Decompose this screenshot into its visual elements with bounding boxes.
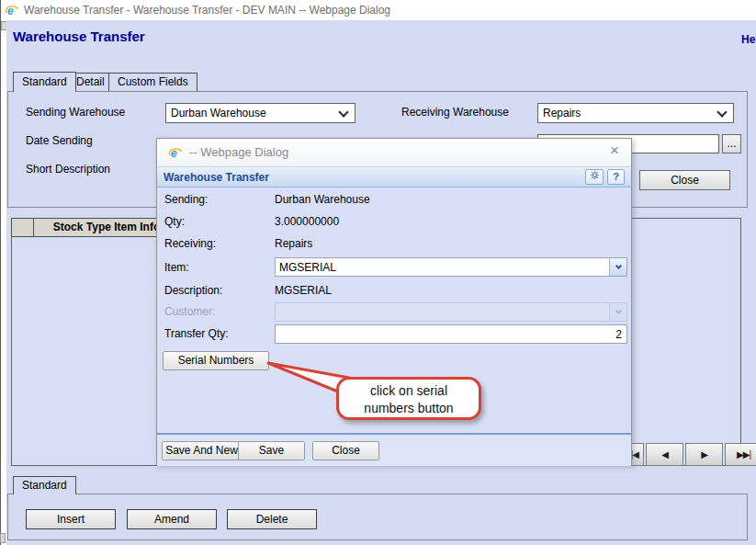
dialog-header-title: Warehouse Transfer — [164, 167, 269, 187]
settings-gear-button[interactable] — [585, 169, 604, 185]
nav-last-button[interactable]: ▶▶| — [725, 443, 756, 466]
sending-value: Durban Warehouse — [275, 193, 370, 206]
bottom-tab-standard[interactable]: Standard — [13, 476, 76, 494]
callout-text-line2: numbers button — [339, 400, 479, 417]
receiving-label: Receiving: — [164, 237, 216, 250]
dialog-header-bar: Warehouse Transfer ? — [157, 166, 631, 187]
dialog-title: -- Webpage Dialog — [189, 139, 288, 166]
qty-label: Qty: — [164, 215, 185, 228]
window-left-border — [0, 0, 1, 545]
page-title: Warehouse Transfer — [13, 28, 145, 44]
transfer-qty-input[interactable] — [275, 324, 627, 344]
window-title: Warehouse Transfer - Warehouse Transfer … — [24, 0, 390, 20]
item-value: MGSERIAL — [279, 261, 336, 274]
item-label: Item: — [164, 261, 189, 274]
combo-dropdown-button — [609, 303, 626, 321]
receiving-value: Repairs — [275, 237, 312, 250]
customer-combobox-disabled — [275, 302, 627, 322]
svg-text:e: e — [7, 5, 14, 17]
nav-previous-button[interactable]: ◀ — [646, 443, 683, 466]
item-combobox[interactable]: MGSERIAL — [275, 257, 627, 277]
sending-label: Sending: — [164, 193, 208, 206]
description-label: Description: — [164, 284, 222, 297]
ie-icon: e — [168, 145, 183, 160]
callout-text-line1: click on serial — [339, 382, 479, 400]
dialog-close-icon[interactable]: × — [610, 142, 619, 160]
window-titlebar: e Warehouse Transfer - Warehouse Transfe… — [0, 0, 756, 20]
qty-value: 3.000000000 — [275, 215, 339, 228]
annotation-callout: click on serial numbers button — [336, 377, 481, 420]
dialog-footer: Save And New Save Close — [157, 433, 631, 466]
gear-icon — [590, 170, 600, 180]
customer-label: Customer: — [164, 305, 215, 318]
help-link[interactable]: Help — [741, 33, 756, 46]
tab-standard[interactable]: Standard — [13, 72, 76, 92]
grid-header-selector-cell — [11, 218, 34, 237]
resize-grip-bottom[interactable] — [0, 533, 6, 543]
bottom-panel — [7, 494, 748, 540]
svg-text:e: e — [171, 147, 177, 160]
tab-custom-fields[interactable]: Custom Fields — [108, 73, 197, 91]
help-question-button[interactable]: ? — [607, 169, 625, 185]
close-dialog-button[interactable]: Close — [312, 441, 379, 460]
ie-icon: e — [5, 3, 19, 17]
serial-numbers-button[interactable]: Serial Numbers — [163, 351, 269, 370]
warehouse-transfer-window: e Warehouse Transfer - Warehouse Transfe… — [0, 0, 756, 545]
save-button[interactable]: Save — [238, 441, 305, 460]
transfer-qty-label: Transfer Qty: — [164, 327, 229, 340]
combo-dropdown-button[interactable] — [609, 258, 626, 276]
save-and-new-button[interactable]: Save And New — [162, 441, 242, 460]
chevron-down-icon — [615, 263, 622, 269]
nav-next-button[interactable]: ▶ — [685, 443, 723, 466]
description-value: MGSERIAL — [275, 284, 332, 297]
chevron-down-icon — [615, 308, 622, 314]
dialog-titlebar: e -- Webpage Dialog × — [157, 139, 631, 166]
